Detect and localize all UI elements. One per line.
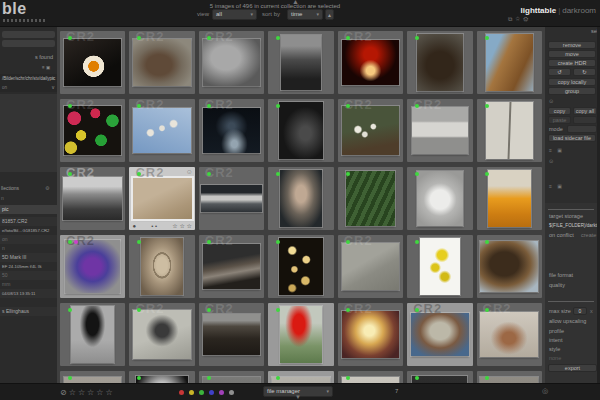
view-filter-dropdown[interactable]: ▾ all [212,9,257,20]
color-label-dot[interactable] [189,390,194,395]
recent-collection-selected[interactable]: pic [0,205,57,214]
thumbnail-pagoda-bw[interactable] [268,31,333,94]
thumbnail-street-scene-bw[interactable]: CR2 [60,167,125,230]
star-icon[interactable]: ☆ [78,388,87,397]
thumbnail-bokeh-lights[interactable] [268,235,333,298]
thumbnail-cracked-wall[interactable] [477,99,542,162]
sort-by-dropdown[interactable]: ▾ time [287,9,323,20]
thumbnail-incense-smoke[interactable]: CR2 [199,99,264,162]
rotate-cw-button[interactable]: ↻ [573,68,596,76]
tagging-module-icons[interactable]: ≡ ▣ [549,183,564,189]
thumbnail-carved-figurine[interactable]: CR2 [129,31,194,94]
reject-icon[interactable]: ⊘ [60,388,69,397]
thumbnail-stone-arch-bw[interactable]: CR2 [129,303,194,366]
thumbnail-leather-fabric[interactable]: CR2 [199,235,264,298]
collect-module-icons[interactable]: ≡ ▣ [42,65,50,70]
thumbnail-light-photo[interactable] [268,371,333,383]
focus-detect-icon[interactable]: ◎ [542,387,548,395]
load-sidecar-button[interactable]: load sidecar file [548,134,596,142]
thumb-group-dots[interactable]: • • [151,223,157,230]
remove-button[interactable]: remove [548,41,596,49]
thumbnail-figure-in-doorway[interactable] [268,167,333,230]
history-copy-all-button[interactable]: copy all [573,107,597,115]
rotate-ccw-button[interactable]: ↺ [548,68,571,76]
thumb-reject-icon[interactable]: ● [132,223,136,230]
copy-locally-button[interactable]: copy locally [548,78,596,86]
collections-list-area[interactable] [0,94,57,172]
thumbnail-fried-egg-in-pan[interactable]: CR2 [60,31,125,94]
thumbnail-dark-hillside[interactable]: CR2 [199,303,264,366]
thumbnail-dark-photo[interactable] [407,371,472,383]
thumbnail-pale-photo[interactable] [338,371,403,383]
max-size-width-input[interactable]: 0 [573,307,587,315]
collapse-top-panel-arrow[interactable]: ▲ [292,0,299,5]
import-image-button[interactable] [2,31,55,38]
recent-collection-item[interactable]: n [1,195,4,201]
gear-icon[interactable]: ⚙ [45,185,49,191]
thumbnail-red-lantern[interactable]: CR2 [338,31,403,94]
color-label-dot[interactable] [209,390,214,395]
create-hdr-button[interactable]: create HDR [548,59,596,67]
thumbnail-boar-portrait[interactable] [407,31,472,94]
group-button[interactable]: group [548,87,596,95]
thumbnail-white-lamp[interactable] [407,167,472,230]
history-stack-module-icon[interactable]: ⊙ [549,98,555,104]
star-icon[interactable]: ☆ [87,388,96,397]
chevron-up-icon[interactable]: ∧ [51,74,55,83]
thumbnail-willow-catkins-sky[interactable]: CR2 [129,99,194,162]
thumbnail-stone-texture[interactable] [60,371,125,383]
thumbnail-window-arch-bw[interactable] [60,303,125,366]
metadata-module-icon[interactable]: ⊙ [549,158,555,164]
rating-filter[interactable]: ⊘☆☆☆☆☆ [60,388,115,397]
thumbnail-gate-archway[interactable]: CR2 [477,303,542,366]
thumbnail-grey-photo-2[interactable] [477,371,542,383]
thumbnail-panorama-strip[interactable]: CR2 [199,167,264,230]
thumb-star-rating[interactable]: ☆ ☆ ☆ [172,223,191,230]
thumbnail-forsythia[interactable] [407,235,472,298]
thumbnail-fern-leaves[interactable] [338,167,403,230]
collect-rule-row[interactable]: /Bilder/schr/chr/stv/dailypic ∧ [0,74,57,83]
thumbnail-snowdrops[interactable]: CR2 [338,99,403,162]
history-paste-all-button[interactable] [573,116,597,124]
chevron-down-icon[interactable]: ∨ [51,83,55,92]
style-value[interactable]: none [549,355,561,361]
thumbnail-grey-photo[interactable] [199,371,264,383]
on-conflict-value[interactable]: create [581,232,596,238]
thumbnail-red-tulip[interactable] [268,303,333,366]
thumbnail-mushroom-in-hands[interactable]: CR2 [407,303,472,366]
thumb-hover-controls[interactable]: ●• •☆ ☆ ☆ [129,223,194,230]
collapse-bottom-panel-arrow[interactable]: ▼ [295,394,301,400]
collect-rule-row[interactable]: on ∨ [0,83,57,92]
thumbnail-calf-portrait[interactable] [477,31,542,94]
thumbnail-orange-drink[interactable] [477,167,542,230]
thumbnail-dark-still-life[interactable] [268,99,333,162]
color-label-dot[interactable] [179,390,184,395]
thumbnail-graffiti-wall[interactable]: CR2 [338,235,403,298]
color-label-dot[interactable] [199,390,204,395]
thumbnail-candle-in-jar[interactable]: CR2 [338,303,403,366]
history-copy-button[interactable]: copy [548,107,571,115]
history-paste-button[interactable]: paste [548,116,571,124]
thumbnail-wall-clock-sepia[interactable] [129,235,194,298]
tab-lighttable[interactable]: lighttable [521,6,557,15]
sort-ascending-button[interactable]: ▲ [325,9,334,20]
color-label-filter[interactable] [179,390,234,395]
star-icon[interactable]: ☆ [105,388,114,397]
history-mode-dropdown[interactable] [567,125,597,133]
move-button[interactable]: move [548,50,596,58]
styles-module-icons[interactable]: ≡ ▣ [549,147,564,153]
export-path-value[interactable]: $(FILE_FOLDER)/darktable [549,223,600,228]
thumbnail-dark-portrait[interactable] [129,371,194,383]
star-icon[interactable]: ☆ [69,388,78,397]
zoom-level-value[interactable]: 7 [395,388,398,394]
tab-darkroom[interactable]: darkroom [562,6,596,15]
thumbnail-hand-with-ring-bw[interactable]: CR2 [199,31,264,94]
recent-collections-header[interactable]: llections [1,185,19,191]
thumbnail-bathroom-sink[interactable]: CR2 [407,99,472,162]
thumbnail-purple-hair[interactable]: CR2 [60,235,125,298]
star-icon[interactable]: ☆ [96,388,105,397]
preferences-icon[interactable]: ⚙ [523,16,531,22]
thumbnail-climbing-holds[interactable]: CR2 [60,99,125,162]
color-label-dot[interactable] [229,390,234,395]
thumbnail-sand-texture[interactable]: CR2⊙●• •☆ ☆ ☆ [129,167,194,230]
